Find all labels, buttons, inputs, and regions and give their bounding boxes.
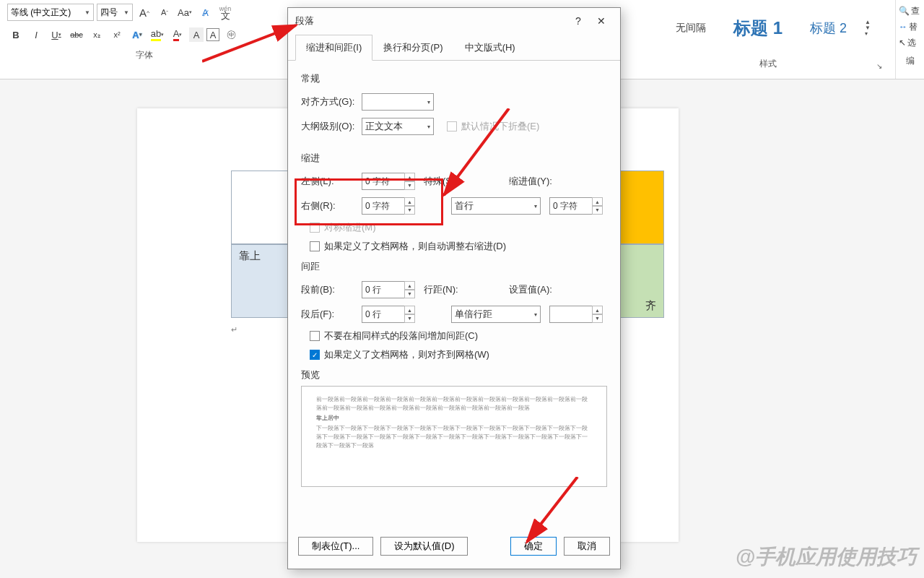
set-default-button[interactable]: 设为默认值(D)	[380, 537, 468, 556]
styles-group-label: 样式	[660, 58, 876, 70]
collapse-checkbox[interactable]	[447, 121, 457, 131]
paragraph-mark-icon: ↵	[231, 325, 237, 335]
font-name-select[interactable]: 等线 (中文正文)▼	[7, 4, 94, 21]
watermark: @手机应用使用技巧	[736, 543, 917, 571]
bold-button[interactable]: B	[7, 26, 25, 43]
style-heading1[interactable]: 标题 1	[724, 12, 792, 45]
linespace-select[interactable]: 单倍行距▾	[451, 306, 541, 323]
dialog-footer: 制表位(T)... 设为默认值(D) 确定 取消	[288, 531, 620, 561]
grow-font-button[interactable]: A^	[136, 4, 153, 21]
mirror-checkbox[interactable]	[310, 223, 320, 233]
outline-select[interactable]: 正文文本▾	[362, 118, 434, 135]
tab-line-page-breaks[interactable]: 换行和分页(P)	[372, 35, 453, 61]
spacing-section-label: 间距	[301, 260, 607, 273]
tabs-button[interactable]: 制表位(T)...	[298, 537, 373, 556]
select-button[interactable]: ↖选	[896, 35, 924, 51]
change-case-button[interactable]: Aa▾	[176, 4, 193, 21]
autogrid-label: 如果定义了文档网格，则自动调整右缩进(D)	[324, 240, 506, 253]
outline-label: 大纲级别(O):	[301, 120, 362, 133]
phonetic-button[interactable]: wén文	[217, 4, 234, 21]
ok-button[interactable]: 确定	[510, 537, 557, 556]
cursor-icon: ↖	[899, 38, 906, 48]
nosame-label: 不要在相同样式的段落间增加间距(C)	[324, 329, 478, 342]
preview-label: 预览	[301, 368, 607, 381]
indent-section-label: 缩进	[301, 152, 607, 165]
alignment-label: 对齐方式(G):	[301, 95, 362, 108]
tab-indent-spacing[interactable]: 缩进和间距(I)	[295, 35, 372, 61]
editing-group: 🔍查 ↔替 ↖选 编	[895, 0, 924, 79]
strike-button[interactable]: abc	[68, 26, 85, 43]
shrink-font-button[interactable]: Aˇ	[156, 4, 173, 21]
snapgrid-label: 如果定义了文档网格，则对齐到网格(W)	[324, 348, 489, 361]
styles-dialog-launcher-icon[interactable]: ↘	[876, 62, 882, 70]
help-button[interactable]: ?	[567, 11, 590, 31]
dialog-titlebar[interactable]: 段落 ? ✕	[288, 8, 620, 34]
close-button[interactable]: ✕	[590, 11, 613, 31]
general-section-label: 常规	[301, 72, 607, 85]
clear-format-button[interactable]: A̷	[196, 4, 214, 21]
subscript-button[interactable]: x₂	[88, 26, 105, 43]
replace-button[interactable]: ↔替	[896, 19, 924, 35]
at-label: 设置值(A):	[509, 283, 567, 296]
special-select[interactable]: 首行▾	[451, 197, 541, 215]
find-button[interactable]: 🔍查	[896, 3, 924, 19]
superscript-button[interactable]: x²	[108, 26, 126, 43]
text-effects-button[interactable]: A▾	[128, 26, 146, 43]
style-no-spacing[interactable]: 无间隔	[666, 17, 715, 40]
collapse-label: 默认情况下折叠(E)	[461, 120, 539, 133]
dialog-body: 常规 对齐方式(G): ▾ 大纲级别(O): 正文文本▾ 默认情况下折叠(E) …	[288, 61, 620, 494]
search-icon: 🔍	[899, 6, 910, 16]
indent-right-input[interactable]: 0 字符▲▼	[362, 197, 415, 215]
by-label: 缩进值(Y):	[509, 175, 567, 188]
at-input[interactable]: ▲▼	[549, 306, 603, 323]
font-group-label: 字体	[7, 49, 282, 61]
tab-asian-typography[interactable]: 中文版式(H)	[454, 35, 526, 61]
font-group: 等线 (中文正文)▼ 四号▼ A^ Aˇ Aa▾ A̷ wén文 B I U▾ …	[0, 0, 289, 79]
autogrid-checkbox[interactable]	[310, 241, 320, 251]
mirror-label: 对称缩进(M)	[324, 221, 376, 234]
after-label: 段后(F):	[301, 308, 362, 321]
dialog-tabs: 缩进和间距(I) 换行和分页(P) 中文版式(H)	[288, 34, 620, 61]
style-heading2[interactable]: 标题 2	[801, 14, 856, 42]
indent-left-input[interactable]: 0 字符▲▼	[362, 173, 415, 190]
styles-scroll[interactable]: ▲▼▾	[865, 20, 873, 37]
highlight-button[interactable]: ab▾	[149, 26, 166, 43]
enclose-button[interactable]: ㊥	[222, 26, 240, 43]
italic-button[interactable]: I	[27, 26, 45, 43]
dialog-title: 段落	[295, 14, 567, 27]
preview-box: 前一段落前一段落前一段落前一段落前一段落前一段落前一段落前一段落前一段落前一段落…	[301, 386, 607, 487]
by-input[interactable]: 0 字符▲▼	[549, 197, 603, 215]
char-border-button[interactable]: A	[206, 28, 219, 41]
char-shading-button[interactable]: A	[189, 27, 204, 42]
underline-button[interactable]: U▾	[48, 26, 65, 43]
replace-icon: ↔	[899, 22, 907, 32]
indent-right-label: 右侧(R):	[301, 199, 362, 212]
before-input[interactable]: 0 行▲▼	[362, 281, 415, 298]
alignment-select[interactable]: ▾	[362, 93, 434, 111]
snapgrid-checkbox[interactable]: ✓	[310, 350, 320, 360]
font-color-button[interactable]: A▾	[169, 26, 186, 43]
after-input[interactable]: 0 行▲▼	[362, 306, 415, 323]
before-label: 段前(B):	[301, 283, 362, 296]
font-size-select[interactable]: 四号▼	[97, 4, 133, 21]
nosame-checkbox[interactable]	[310, 331, 320, 341]
special-label: 特殊(S):	[415, 175, 509, 188]
linespace-label: 行距(N):	[415, 283, 509, 296]
indent-left-label: 左侧(L):	[301, 175, 362, 188]
cancel-button[interactable]: 取消	[564, 537, 610, 556]
paragraph-dialog: 段落 ? ✕ 缩进和间距(I) 换行和分页(P) 中文版式(H) 常规 对齐方式…	[287, 7, 621, 569]
